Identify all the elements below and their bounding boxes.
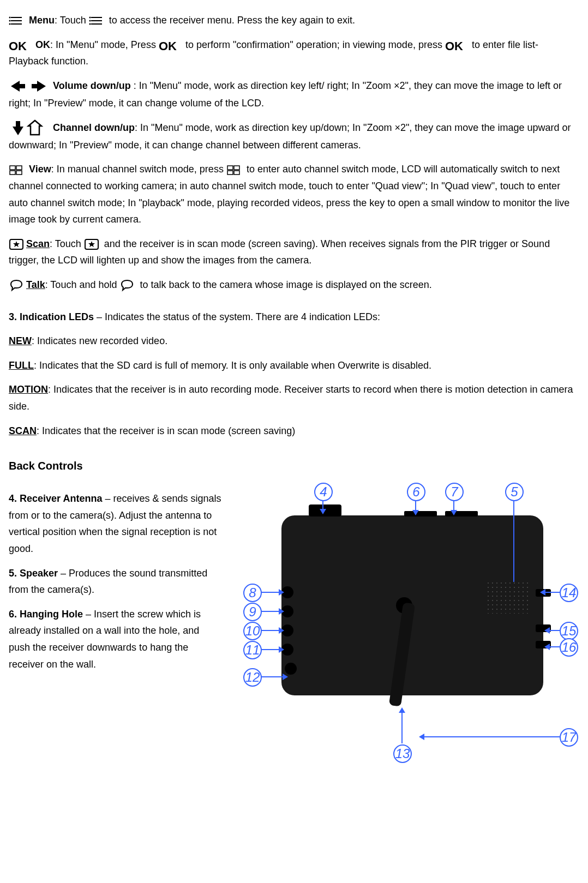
menu-icon <box>9 14 24 27</box>
speaker-grid <box>486 581 530 614</box>
svg-point-9 <box>89 17 91 19</box>
channel-label: Channel down/up <box>53 122 135 133</box>
ok-text1: : In "Menu" mode, Press <box>50 39 159 50</box>
ok-label: OK <box>35 39 50 50</box>
callout-5-line-v <box>513 500 514 582</box>
svg-point-11 <box>89 23 91 25</box>
callout-7-line <box>453 500 454 511</box>
scan-icon <box>9 238 24 251</box>
svg-marker-17 <box>13 121 23 135</box>
led-scan-text: : Indicates that the receiver is in scan… <box>37 425 295 436</box>
svg-text:OK: OK <box>159 39 177 52</box>
talk-text2: to talk back to the camera whose image i… <box>140 279 431 290</box>
led-scan: SCAN: Indicates that the receiver is in … <box>9 423 579 440</box>
view-text1: : In manual channel switch mode, press <box>51 164 224 175</box>
menu-text1: : Touch <box>55 15 89 26</box>
svg-marker-15 <box>11 81 25 92</box>
top-slot-1 <box>404 511 437 516</box>
volume-label: Volume down/up <box>53 80 131 91</box>
svg-point-10 <box>89 20 91 22</box>
svg-rect-19 <box>16 166 22 170</box>
svg-rect-25 <box>234 171 239 175</box>
view-description: View: In manual channel switch mode, pre… <box>9 161 579 227</box>
talk-icon-inline <box>119 279 135 292</box>
view-icon-inline <box>226 164 242 177</box>
ok-icon-inline1: OK <box>159 38 181 52</box>
led-new: NEW: Indicates new recorded video. <box>9 333 579 350</box>
callout-11: 11 <box>243 641 262 659</box>
svg-marker-16 <box>32 81 46 92</box>
callout-12-line <box>261 676 284 677</box>
ok-description: OK OK: In "Menu" mode, Press OK to perfo… <box>9 37 579 70</box>
menu-label: Menu <box>29 15 55 26</box>
menu-text2: to access the receiver menu. Press the k… <box>109 15 355 26</box>
led-full-text: : Indicates that the SD card is full of … <box>34 360 431 371</box>
channel-description: Channel down/up: In "Menu" mode, work as… <box>9 119 579 154</box>
svg-point-5 <box>9 23 11 25</box>
volume-description: Volume down/up : In "Menu" mode, work as… <box>9 77 579 112</box>
back-controls-header: Back Controls <box>9 456 579 475</box>
led-scan-label: SCAN <box>9 425 37 436</box>
callout-12: 12 <box>243 668 262 687</box>
led-full: FULL: Indicates that the SD card is full… <box>9 357 579 374</box>
back-item-5-label: 5. Speaker <box>9 568 58 579</box>
callout-10: 10 <box>243 622 262 640</box>
svg-rect-18 <box>10 166 15 170</box>
svg-rect-22 <box>227 166 233 170</box>
led-motion: MOTION: Indicates that the receiver is i… <box>9 381 579 415</box>
leds-heading-rest: – Indicates the status of the system. Th… <box>94 311 380 322</box>
back-item-5: 5. Speaker – Produces the sound transmit… <box>9 565 221 598</box>
scan-label: Scan <box>26 238 50 249</box>
callout-4: 4 <box>314 483 333 501</box>
callout-16-line <box>549 646 560 647</box>
led-new-label: NEW <box>9 335 32 346</box>
menu-icon-inline <box>89 14 104 27</box>
svg-text:OK: OK <box>9 39 27 52</box>
top-slot-2 <box>445 511 478 516</box>
callout-10-line <box>261 630 280 631</box>
talk-description: Talk: Touch and hold to talk back to the… <box>9 277 579 293</box>
scan-icon-inline <box>84 238 99 251</box>
callout-8-line <box>261 592 280 593</box>
svg-point-4 <box>9 20 11 22</box>
ok-icon: OK <box>9 38 31 52</box>
callout-11-line <box>261 649 280 650</box>
receiver-back-diagram: 4 6 7 5 8 9 10 11 12 14 15 <box>232 483 581 766</box>
led-new-text: : Indicates new recorded video. <box>32 335 167 346</box>
callout-15-line <box>549 630 560 631</box>
callout-9: 9 <box>243 603 262 621</box>
callout-7: 7 <box>445 483 464 501</box>
menu-description: Menu: Touch to access the receiver menu.… <box>9 12 579 29</box>
svg-rect-24 <box>227 171 233 175</box>
back-item-4: 4. Receiver Antenna – receives & sends s… <box>9 490 221 557</box>
callout-14: 14 <box>560 584 578 602</box>
callout-13-line <box>401 712 403 743</box>
callout-8: 8 <box>243 584 262 602</box>
svg-text:OK: OK <box>445 39 463 52</box>
talk-label: Talk <box>26 279 45 290</box>
svg-rect-23 <box>234 166 239 170</box>
callout-5: 5 <box>505 483 524 501</box>
back-item-4-label: 4. Receiver Antenna <box>9 493 102 504</box>
callout-16: 16 <box>560 638 578 657</box>
callout-17-line <box>423 736 560 737</box>
view-icon <box>9 164 24 177</box>
back-item-6-label: 6. Hanging Hole <box>9 609 83 620</box>
callout-4-line <box>322 500 323 510</box>
led-full-label: FULL <box>9 360 34 371</box>
svg-rect-21 <box>16 171 22 175</box>
talk-icon <box>9 279 24 292</box>
talk-text1: : Touch and hold <box>45 279 120 290</box>
callout-13: 13 <box>393 744 412 763</box>
ok-icon-inline2: OK <box>445 38 467 52</box>
leds-heading-bold: 3. Indication LEDs <box>9 311 94 322</box>
svg-point-3 <box>9 17 11 19</box>
led-motion-label: MOTION <box>9 384 48 395</box>
view-label: View <box>29 164 51 175</box>
callout-9-line <box>261 611 280 612</box>
callout-6: 6 <box>407 483 425 501</box>
svg-rect-20 <box>10 171 15 175</box>
ok-text2: to perform "confirmation" operation; in … <box>185 39 445 50</box>
scan-text1: : Touch <box>50 238 84 249</box>
channel-icon <box>9 119 48 137</box>
